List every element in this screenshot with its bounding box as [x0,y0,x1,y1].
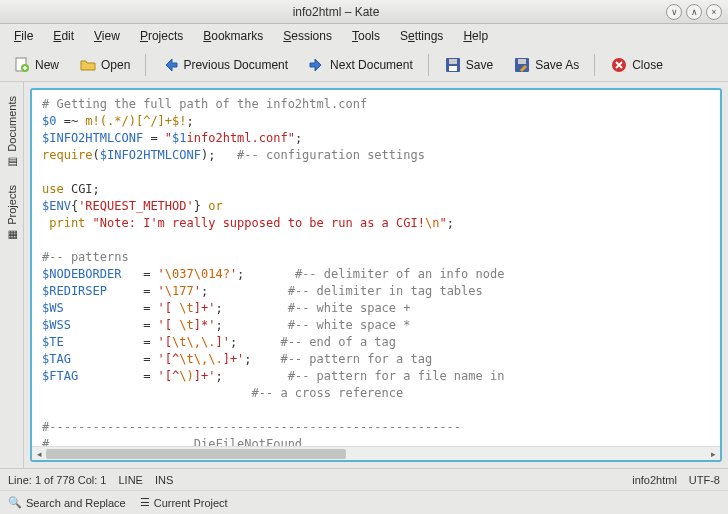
search-replace-tab[interactable]: 🔍 Search and Replace [8,496,126,509]
projects-label: Projects [6,185,18,225]
project-icon: ▦ [5,228,18,241]
saveas-label: Save As [535,58,579,72]
next-doc-button[interactable]: Next Document [299,51,422,79]
close-icon [610,56,628,74]
new-button[interactable]: New [4,51,68,79]
new-label: New [35,58,59,72]
menu-settings[interactable]: Settings [392,27,451,45]
current-project-tab[interactable]: ☰ Current Project [140,496,228,509]
prev-label: Previous Document [183,58,288,72]
status-filetype[interactable]: info2html [632,474,677,486]
toolbar-separator [145,54,146,76]
statusbar: Line: 1 of 778 Col: 1 LINE INS info2html… [0,468,728,490]
next-label: Next Document [330,58,413,72]
doc-icon: ▤ [5,156,18,169]
status-insert-mode[interactable]: INS [155,474,173,486]
prev-doc-button[interactable]: Previous Document [152,51,297,79]
documents-label: Documents [6,96,18,152]
search-label: Search and Replace [26,497,126,509]
minimize-button[interactable]: ∨ [666,4,682,20]
arrow-right-icon [308,56,326,74]
status-edit-mode[interactable]: LINE [118,474,142,486]
editor-view: # Getting the full path of the info2html… [30,88,722,462]
menu-tools[interactable]: Tools [344,27,388,45]
save-label: Save [466,58,493,72]
menu-bookmarks[interactable]: Bookmarks [195,27,271,45]
window-titlebar: info2html – Kate ∨ ∧ × [0,0,728,24]
menu-projects[interactable]: Projects [132,27,191,45]
toolbar-separator [594,54,595,76]
menu-file[interactable]: File [6,27,41,45]
list-icon: ☰ [140,496,150,509]
open-button[interactable]: Open [70,51,139,79]
save-icon [444,56,462,74]
left-sidebar: ▤ Documents ▦ Projects [0,82,24,468]
menu-view[interactable]: View [86,27,128,45]
scroll-left-arrow[interactable]: ◂ [32,447,46,461]
svg-rect-4 [449,66,457,71]
open-label: Open [101,58,130,72]
close-button[interactable]: Close [601,51,672,79]
menu-help[interactable]: Help [455,27,496,45]
close-label: Close [632,58,663,72]
sidebar-tab-projects[interactable]: ▦ Projects [2,179,21,248]
toolbar-separator [428,54,429,76]
scroll-thumb[interactable] [46,449,346,459]
new-file-icon [13,56,31,74]
binoculars-icon: 🔍 [8,496,22,509]
main-area: ▤ Documents ▦ Projects # Getting the ful… [0,82,728,468]
save-button[interactable]: Save [435,51,502,79]
menu-sessions[interactable]: Sessions [275,27,340,45]
maximize-button[interactable]: ∧ [686,4,702,20]
bottom-toolbar: 🔍 Search and Replace ☰ Current Project [0,490,728,514]
svg-rect-6 [518,59,526,64]
saveas-button[interactable]: Save As [504,51,588,79]
sidebar-tab-documents[interactable]: ▤ Documents [2,90,21,175]
arrow-left-icon [161,56,179,74]
horizontal-scrollbar[interactable]: ◂ ▸ [32,446,720,460]
save-as-icon [513,56,531,74]
folder-open-icon [79,56,97,74]
status-encoding[interactable]: UTF-8 [689,474,720,486]
menu-edit[interactable]: Edit [45,27,82,45]
close-window-button[interactable]: × [706,4,722,20]
status-line-col[interactable]: Line: 1 of 778 Col: 1 [8,474,106,486]
editor-container: # Getting the full path of the info2html… [24,82,728,468]
menubar: File Edit View Projects Bookmarks Sessio… [0,24,728,48]
scroll-right-arrow[interactable]: ▸ [706,447,720,461]
svg-rect-3 [449,59,457,64]
toolbar: New Open Previous Document Next Document… [0,48,728,82]
window-title: info2html – Kate [6,5,666,19]
project-label: Current Project [154,497,228,509]
code-area[interactable]: # Getting the full path of the info2html… [32,90,720,446]
